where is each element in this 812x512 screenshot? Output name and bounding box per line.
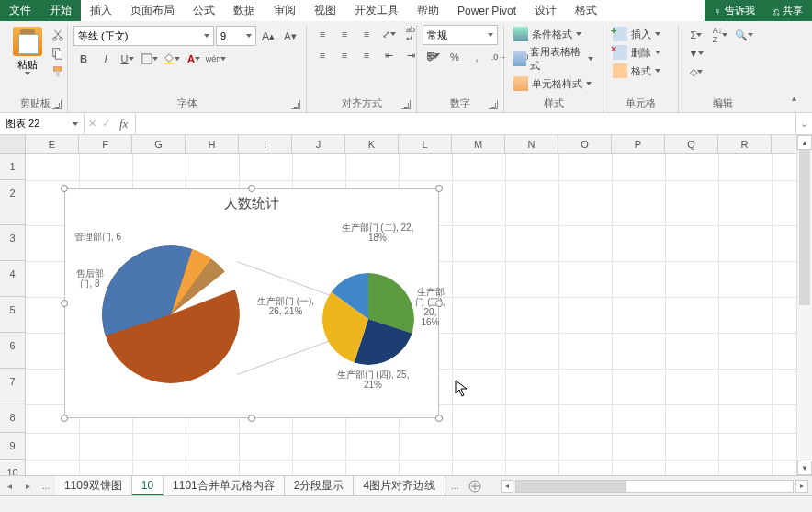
paste-button[interactable]: 粘贴 [9,25,46,77]
col-header[interactable]: R [718,135,772,153]
underline-button[interactable]: U [119,51,136,66]
bold-button[interactable]: B [75,51,92,66]
dialog-launcher[interactable] [52,100,62,109]
sheet-nav-more[interactable]: ... [37,476,55,495]
new-sheet-button[interactable] [464,476,486,495]
col-header[interactable]: L [399,135,452,153]
col-header[interactable]: O [558,135,612,153]
row-header[interactable]: 3 [0,225,26,261]
tell-me[interactable]: ♀ 告诉我 [705,0,764,21]
row-header[interactable]: 9 [0,433,26,460]
comma-button[interactable]: , [468,50,485,64]
resize-handle[interactable] [435,185,443,192]
col-header[interactable]: F [79,135,132,153]
align-center-button[interactable]: ≡ [336,48,353,63]
orientation-button[interactable]: ⤢ [380,27,397,41]
col-header[interactable]: Q [665,135,718,153]
resize-handle[interactable] [435,300,443,307]
main-pie[interactable] [102,245,240,383]
align-bottom-button[interactable]: ≡ [358,27,375,41]
row-header[interactable]: 10 [0,460,26,475]
resize-handle[interactable] [248,415,255,422]
col-header[interactable]: E [26,135,79,153]
row-header[interactable]: 1 [0,154,26,180]
sheet-nav-first[interactable]: ◂ [0,476,18,495]
delete-cells-button[interactable]: ×删除 [609,43,664,62]
scroll-left-button[interactable]: ◂ [501,480,513,493]
number-format-select[interactable]: 常规 [423,25,498,45]
align-middle-button[interactable]: ≡ [336,27,353,41]
scroll-down-button[interactable]: ▼ [797,461,812,475]
format-cells-button[interactable]: 格式 [609,62,664,80]
share-button[interactable]: ⎌ 共享 [764,0,812,21]
tab-developer[interactable]: 开发工具 [345,0,408,21]
sheet-nav-more-right[interactable]: ... [445,476,464,495]
italic-button[interactable]: I [97,51,114,66]
insert-function-button[interactable]: fx [116,117,131,131]
row-header[interactable]: 5 [0,297,26,333]
format-as-table-button[interactable]: 套用表格格式 [510,43,597,74]
cut-button[interactable] [50,28,66,42]
tab-review[interactable]: 审阅 [265,0,305,21]
col-header[interactable]: H [186,135,239,153]
tab-page-layout[interactable]: 页面布局 [121,0,184,21]
tab-chart-design[interactable]: 设计 [525,0,566,21]
align-right-button[interactable]: ≡ [358,48,375,63]
sheet-tab[interactable]: 1101合并单元格内容 [164,476,285,495]
vertical-scrollbar[interactable]: ▲ ▼ [796,135,812,475]
dialog-launcher[interactable] [489,100,498,109]
col-header[interactable]: M [452,135,505,153]
font-size-select[interactable]: 9 [216,26,256,46]
copy-button[interactable] [50,46,66,61]
decrease-font-button[interactable]: A▾ [282,28,299,43]
sheet-nav-prev[interactable]: ▸ [18,476,37,495]
sheet-tab[interactable]: 4图片对齐边线 [354,476,445,495]
resize-handle[interactable] [61,415,68,422]
insert-cells-button[interactable]: +插入 [609,25,664,43]
sheet-tab[interactable]: 10 [132,476,164,495]
col-header[interactable]: G [132,135,186,153]
resize-handle[interactable] [61,300,68,307]
scroll-thumb[interactable] [516,481,626,492]
formula-input[interactable] [136,113,795,134]
font-color-button[interactable]: A [186,51,202,66]
accounting-format-button[interactable]: $ [424,50,441,64]
worksheet-grid[interactable]: E F G H I J K L M N O P Q R 1 2 3 4 5 6 … [0,135,812,475]
name-box[interactable]: 图表 22 [0,113,85,134]
select-all-corner[interactable] [0,135,26,153]
phonetic-button[interactable]: wén [208,51,224,66]
sheet-tab[interactable]: 2分段显示 [285,476,355,495]
align-top-button[interactable]: ≡ [314,27,331,41]
tab-help[interactable]: 帮助 [408,0,448,21]
horizontal-scrollbar[interactable]: ◂ ▸ [497,476,812,495]
chart-object[interactable]: 人数统计 [64,188,439,418]
row-header[interactable]: 4 [0,261,26,297]
scroll-up-button[interactable]: ▲ [797,135,812,150]
col-header[interactable]: J [292,135,345,153]
row-header[interactable]: 8 [0,404,26,433]
col-header[interactable]: I [239,135,292,153]
font-name-select[interactable]: 等线 (正文) [73,26,214,46]
increase-font-button[interactable]: A▴ [260,28,276,43]
find-select-button[interactable]: 🔍 [736,28,752,42]
enter-formula-button[interactable]: ✓ [102,118,110,130]
format-painter-button[interactable] [50,64,66,79]
expand-formula-bar-button[interactable]: ⌄ [795,113,812,134]
sort-filter-button[interactable]: A↓Z [712,28,728,42]
resize-handle[interactable] [248,185,255,192]
tab-power-pivot[interactable]: Power Pivot [448,0,525,21]
sub-pie[interactable] [322,273,414,365]
collapse-ribbon-button[interactable] [792,92,806,107]
row-header[interactable]: 2 [0,180,26,225]
percent-button[interactable]: % [446,50,463,64]
chart-title[interactable]: 人数统计 [65,189,438,218]
align-left-button[interactable]: ≡ [314,48,331,63]
resize-handle[interactable] [61,185,68,192]
tab-insert[interactable]: 插入 [81,0,121,21]
col-header[interactable]: K [345,135,399,153]
tab-formulas[interactable]: 公式 [184,0,224,21]
clear-button[interactable]: ◇ [688,64,705,79]
dialog-launcher[interactable] [291,100,300,109]
conditional-format-button[interactable]: 条件格式 [510,25,585,43]
col-header[interactable]: P [612,135,665,153]
